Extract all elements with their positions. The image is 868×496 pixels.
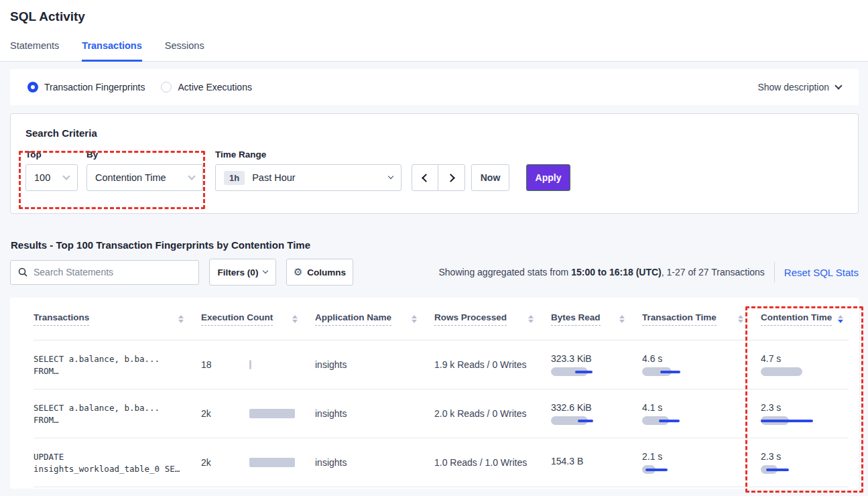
top-select-value: 100 bbox=[34, 172, 50, 183]
sort-asc-arrow bbox=[412, 315, 417, 318]
contention-time-cell: 4.7 s bbox=[761, 340, 849, 389]
previous-time-button[interactable] bbox=[412, 165, 438, 190]
column-header-label: Contention Time bbox=[761, 312, 832, 326]
sort-asc-arrow bbox=[838, 315, 843, 318]
time-range-label: Time Range bbox=[215, 149, 401, 160]
execution-count-cell: 2k bbox=[201, 438, 315, 487]
bar-blue-line bbox=[645, 469, 668, 471]
top-select[interactable]: 100 bbox=[25, 164, 78, 191]
radio-label: Transaction Fingerprints bbox=[44, 82, 145, 92]
tab-statements[interactable]: Statements bbox=[10, 40, 59, 61]
transaction-fingerprint-link[interactable]: SELECT a.balance, b.ba...FROM… bbox=[34, 340, 201, 389]
page-title: SQL Activity bbox=[0, 9, 868, 24]
by-select[interactable]: Contention Time bbox=[86, 164, 203, 191]
next-time-button[interactable] bbox=[438, 165, 464, 190]
column-header-label: Application Name bbox=[315, 312, 391, 326]
chevron-down-icon bbox=[263, 268, 268, 273]
search-criteria-panel: Search Criteria Top 100 By Contention Ti… bbox=[10, 113, 859, 214]
gear-icon: ⚙ bbox=[294, 266, 302, 278]
transaction-time-cell: 2.1 s bbox=[642, 438, 761, 487]
column-header-contention-time[interactable]: Contention Time bbox=[761, 312, 849, 326]
bytes-read-cell-value: 154.3 B bbox=[551, 456, 583, 467]
search-criteria-row: Top 100 By Contention Time Time Range bbox=[25, 149, 843, 191]
contention-time-cell-value: 2.3 s bbox=[761, 451, 781, 462]
sql-text: FROM… bbox=[34, 415, 59, 425]
radio-unselected-icon bbox=[161, 82, 172, 92]
chevron-down-icon bbox=[388, 174, 393, 179]
sql-text: SELECT a.balance, b.ba... bbox=[34, 354, 160, 364]
column-header-transactions[interactable]: Transactions bbox=[34, 312, 201, 326]
column-header-execution-count[interactable]: Execution Count bbox=[201, 312, 315, 326]
contention-time-cell: 2.3 s bbox=[761, 438, 849, 487]
sort-icon[interactable] bbox=[619, 315, 625, 323]
chevron-down-icon bbox=[62, 172, 70, 180]
time-range-nav bbox=[412, 164, 465, 191]
search-icon bbox=[18, 267, 27, 277]
sort-asc-arrow bbox=[619, 315, 625, 318]
table-row[interactable]: UPDATEinsights_workload_table_0 SE…2kins… bbox=[34, 438, 849, 487]
table-row[interactable]: SELECT a.balance, b.ba...FROM…2kinsights… bbox=[34, 389, 849, 438]
column-header-rows-processed[interactable]: Rows Processed bbox=[434, 312, 551, 326]
table-body: SELECT a.balance, b.ba...FROM…18insights… bbox=[34, 340, 849, 487]
tab-bar: Statements Transactions Sessions bbox=[0, 40, 868, 62]
transaction-time-cell-value: 2.1 s bbox=[642, 451, 662, 462]
time-range-select[interactable]: 1h Past Hour bbox=[215, 164, 401, 191]
transaction-fingerprint-link[interactable]: SELECT a.balance, b.ba...FROM… bbox=[34, 389, 201, 438]
transactions-table: TransactionsExecution CountApplication N… bbox=[10, 298, 859, 489]
column-header-bytes-read[interactable]: Bytes Read bbox=[551, 312, 642, 326]
sort-desc-arrow bbox=[292, 320, 298, 323]
aggregated-stats-text: Showing aggregated stats from 15:00 to 1… bbox=[438, 267, 764, 277]
chevron-down-icon bbox=[834, 82, 842, 89]
tab-transactions[interactable]: Transactions bbox=[82, 40, 141, 62]
sort-asc-arrow bbox=[528, 315, 534, 318]
transaction-fingerprint-link[interactable]: UPDATEinsights_workload_table_0 SE… bbox=[34, 438, 201, 487]
bar-gray-segment bbox=[249, 409, 295, 418]
view-mode-bar: Transaction Fingerprints Active Executio… bbox=[10, 69, 859, 105]
sql-text: FROM… bbox=[34, 366, 59, 376]
transaction-time-cell-value: 4.1 s bbox=[642, 402, 662, 413]
results-heading: Results - Top 100 Transaction Fingerprin… bbox=[10, 239, 859, 251]
transaction-time-cell: 4.1 s bbox=[642, 389, 761, 438]
column-header-transaction-time[interactable]: Transaction Time bbox=[642, 312, 761, 326]
filters-button[interactable]: Filters (0) bbox=[209, 259, 276, 286]
time-range-field: Time Range 1h Past Hour bbox=[215, 149, 401, 191]
search-statements-input[interactable] bbox=[34, 267, 191, 277]
search-criteria-heading: Search Criteria bbox=[25, 127, 843, 139]
sort-icon[interactable] bbox=[178, 315, 184, 323]
page-content: Transaction Fingerprints Active Executio… bbox=[0, 69, 868, 489]
sql-text: insights_workload_table_0 SE… bbox=[34, 464, 180, 474]
sort-icon[interactable] bbox=[838, 315, 843, 323]
now-button[interactable]: Now bbox=[471, 164, 509, 191]
chevron-down-icon bbox=[188, 172, 195, 180]
bytes-read-cell: 332.6 KiB bbox=[551, 389, 642, 438]
apply-button[interactable]: Apply bbox=[526, 164, 570, 191]
radio-active-executions[interactable]: Active Executions bbox=[161, 82, 252, 92]
table-row[interactable]: SELECT a.balance, b.ba...FROM…18insights… bbox=[34, 340, 849, 389]
bar-blue-line bbox=[575, 371, 593, 373]
radio-transaction-fingerprints[interactable]: Transaction Fingerprints bbox=[27, 82, 145, 92]
sort-desc-arrow bbox=[838, 320, 843, 323]
stats-suffix: , 1-27 of 27 Transactions bbox=[662, 267, 765, 277]
transaction-time-cell-value: 4.6 s bbox=[642, 353, 662, 364]
execution-count-value: 2k bbox=[201, 457, 211, 468]
columns-button[interactable]: ⚙ Columns bbox=[286, 259, 353, 286]
top-label: Top bbox=[25, 149, 78, 160]
top-field: Top 100 bbox=[25, 149, 78, 191]
radio-selected-icon bbox=[27, 82, 38, 92]
sort-icon[interactable] bbox=[292, 315, 298, 323]
sort-icon[interactable] bbox=[528, 315, 534, 323]
table-header-row: TransactionsExecution CountApplication N… bbox=[34, 298, 849, 340]
tab-sessions[interactable]: Sessions bbox=[165, 40, 204, 61]
sort-icon[interactable] bbox=[738, 315, 743, 323]
sort-icon[interactable] bbox=[412, 315, 417, 323]
vertical-divider bbox=[774, 262, 775, 282]
bar-gray-segment bbox=[249, 360, 251, 369]
sql-text: SELECT a.balance, b.ba... bbox=[34, 403, 160, 413]
column-header-application-name[interactable]: Application Name bbox=[315, 312, 434, 326]
results-toolbar: Filters (0) ⚙ Columns Showing aggregated… bbox=[10, 259, 859, 286]
bar-blue-line bbox=[766, 469, 789, 471]
show-description-toggle[interactable]: Show description bbox=[757, 82, 841, 92]
sort-desc-arrow bbox=[738, 320, 743, 323]
by-select-value: Contention Time bbox=[95, 172, 166, 183]
reset-sql-stats-link[interactable]: Reset SQL Stats bbox=[784, 267, 859, 278]
